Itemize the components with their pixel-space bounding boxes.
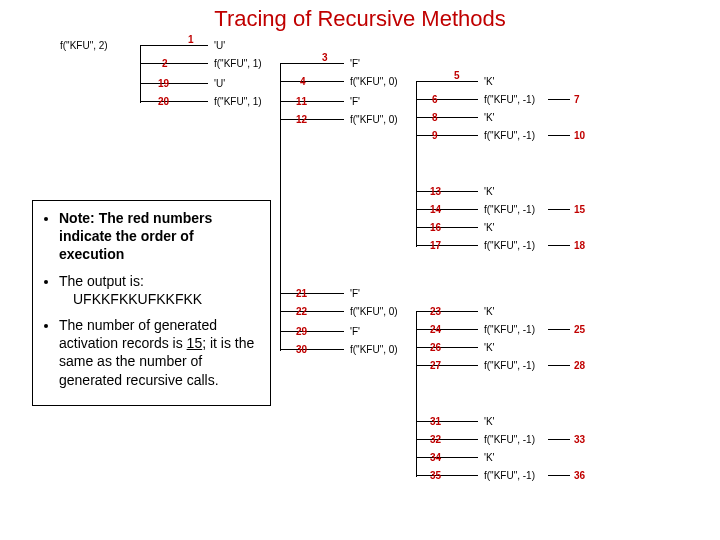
- trace-node: f("KFU", 2): [60, 40, 108, 51]
- step-number: 15: [574, 204, 585, 215]
- connector-line: [280, 119, 344, 120]
- step-number: 1: [188, 34, 194, 45]
- step-number: 7: [574, 94, 580, 105]
- connector-line: [416, 245, 478, 246]
- step-number: 3: [322, 52, 328, 63]
- step-number: 23: [430, 306, 441, 317]
- trace-node: f("KFU", 0): [350, 76, 398, 87]
- connector-line: [140, 45, 208, 46]
- trace-node: 'U': [214, 40, 225, 51]
- step-number: 35: [430, 470, 441, 481]
- trace-node: 'U': [214, 78, 225, 89]
- connector-line: [548, 329, 570, 330]
- connector-line: [280, 81, 344, 82]
- connector-line: [416, 329, 478, 330]
- step-number: 24: [430, 324, 441, 335]
- step-number: 11: [296, 96, 307, 107]
- connector-line: [548, 245, 570, 246]
- page-title: Tracing of Recursive Methods: [0, 0, 720, 32]
- step-number: 10: [574, 130, 585, 141]
- connector-line: [416, 209, 478, 210]
- connector-line: [416, 81, 478, 82]
- connector-line: [280, 101, 344, 102]
- trace-node: 'K': [484, 342, 495, 353]
- connector-line: [416, 457, 478, 458]
- step-number: 17: [430, 240, 441, 251]
- step-number: 20: [158, 96, 169, 107]
- trace-node: f("KFU", -1): [484, 324, 535, 335]
- trace-node: 'K': [484, 112, 495, 123]
- trace-node: f("KFU", -1): [484, 360, 535, 371]
- step-number: 18: [574, 240, 585, 251]
- step-number: 8: [432, 112, 438, 123]
- step-number: 28: [574, 360, 585, 371]
- trace-node: f("KFU", -1): [484, 130, 535, 141]
- step-number: 5: [454, 70, 460, 81]
- trace-node: f("KFU", 0): [350, 306, 398, 317]
- step-number: 27: [430, 360, 441, 371]
- connector-line: [548, 99, 570, 100]
- connector-line: [416, 311, 478, 312]
- connector-line: [548, 475, 570, 476]
- connector-line: [548, 135, 570, 136]
- step-number: 30: [296, 344, 307, 355]
- trace-node: f("KFU", -1): [484, 434, 535, 445]
- step-number: 25: [574, 324, 585, 335]
- connector-line: [280, 311, 344, 312]
- step-number: 31: [430, 416, 441, 427]
- connector-line: [416, 365, 478, 366]
- connector-line: [548, 209, 570, 210]
- step-number: 13: [430, 186, 441, 197]
- connector-line: [416, 135, 478, 136]
- step-number: 19: [158, 78, 169, 89]
- step-number: 34: [430, 452, 441, 463]
- connector-line: [548, 439, 570, 440]
- step-number: 29: [296, 326, 307, 337]
- note-line: Note: The red numbers indicate the order…: [59, 209, 262, 264]
- trace-node: f("KFU", -1): [484, 470, 535, 481]
- connector-line: [416, 191, 478, 192]
- connector-line: [280, 101, 281, 351]
- step-number: 21: [296, 288, 307, 299]
- connector-line: [280, 349, 344, 350]
- trace-node: 'F': [350, 96, 360, 107]
- step-number: 4: [300, 76, 306, 87]
- step-number: 22: [296, 306, 307, 317]
- trace-node: f("KFU", 1): [214, 58, 262, 69]
- trace-node: f("KFU", -1): [484, 94, 535, 105]
- connector-line: [548, 365, 570, 366]
- step-number: 26: [430, 342, 441, 353]
- trace-node: 'F': [350, 326, 360, 337]
- step-number: 36: [574, 470, 585, 481]
- trace-node: f("KFU", -1): [484, 204, 535, 215]
- trace-node: 'F': [350, 58, 360, 69]
- trace-node: 'K': [484, 186, 495, 197]
- connector-line: [416, 421, 478, 422]
- connector-line: [140, 83, 208, 84]
- step-number: 32: [430, 434, 441, 445]
- connector-line: [416, 99, 478, 100]
- connector-line: [140, 45, 141, 103]
- connector-line: [140, 101, 208, 102]
- step-number: 6: [432, 94, 438, 105]
- trace-node: f("KFU", 1): [214, 96, 262, 107]
- trace-node: f("KFU", 0): [350, 114, 398, 125]
- step-number: 33: [574, 434, 585, 445]
- connector-line: [416, 347, 478, 348]
- connector-line: [280, 63, 344, 64]
- step-number: 2: [162, 58, 168, 69]
- step-number: 12: [296, 114, 307, 125]
- trace-node: f("KFU", -1): [484, 240, 535, 251]
- connector-line: [140, 63, 208, 64]
- step-number: 14: [430, 204, 441, 215]
- connector-line: [280, 331, 344, 332]
- output-line: The output is: UFKKFKKUFKKFKK: [59, 272, 262, 308]
- connector-line: [280, 293, 344, 294]
- trace-node: 'K': [484, 222, 495, 233]
- trace-node: f("KFU", 0): [350, 344, 398, 355]
- trace-node: 'K': [484, 306, 495, 317]
- trace-node: 'F': [350, 288, 360, 299]
- trace-node: 'K': [484, 416, 495, 427]
- step-number: 16: [430, 222, 441, 233]
- connector-line: [416, 117, 478, 118]
